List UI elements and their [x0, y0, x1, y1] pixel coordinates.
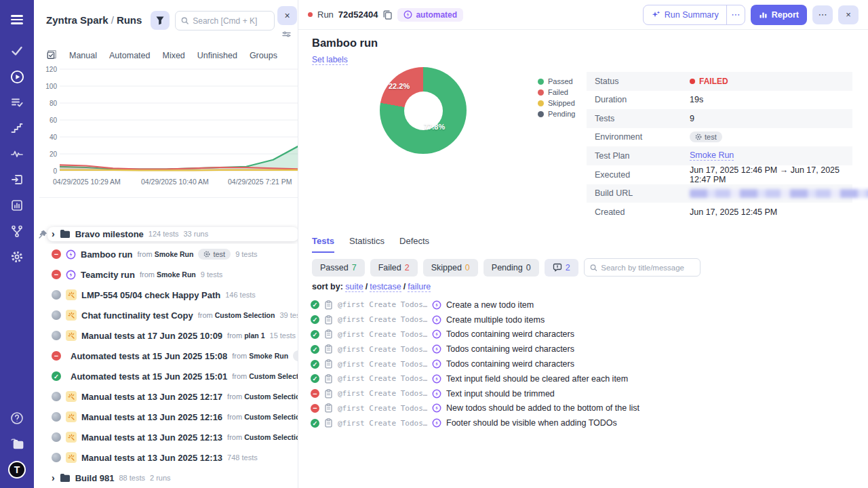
filter-count: 2: [405, 263, 410, 272]
run-tests-count: 124 tests: [149, 230, 179, 238]
run-type-tab[interactable]: Automated: [109, 51, 150, 60]
test-row[interactable]: @first Create Todos… Create multiple tod…: [311, 312, 853, 327]
run-tests-count: 88 tests: [119, 474, 145, 482]
run-type-tab[interactable]: Groups: [250, 51, 277, 60]
sort-option-link[interactable]: failure: [408, 282, 431, 292]
run-list-item[interactable]: Manual tests at 13 Jun 2025 12:13 from C…: [38, 427, 298, 447]
activity-pulse-icon[interactable]: [0, 141, 34, 167]
import-icon[interactable]: [0, 167, 34, 192]
run-list-item[interactable]: Manual tests at 17 Jun 2025 10:09 from p…: [38, 325, 298, 346]
run-list-item[interactable]: Chat functinality test Copy from Custom …: [38, 305, 298, 325]
test-row[interactable]: @first Create Todos… Text input should b…: [311, 386, 853, 401]
set-labels-link[interactable]: Set labels: [312, 55, 348, 65]
branch-icon[interactable]: [0, 218, 34, 244]
run-list-item[interactable]: Manual tests at 13 Jun 2025 12:17 from C…: [38, 386, 298, 407]
detail-value: Jun 17, 2025 12:46 PM → Jun 17, 2025 12:…: [690, 165, 844, 184]
steps-icon[interactable]: [0, 115, 34, 141]
redacted-build-url[interactable]: [690, 189, 868, 198]
run-from: from Custom Selection: [232, 372, 298, 380]
run-list-item[interactable]: Bamboo run from Smoke Run test 9 tests: [38, 244, 298, 264]
filter-pill[interactable]: Pending 0: [484, 259, 539, 277]
test-plan-link[interactable]: Smoke Run: [690, 150, 734, 161]
test-row[interactable]: @first Create Todos… Todos containing we…: [311, 342, 853, 357]
run-list-item[interactable]: Automated tests at 15 Jun 2025 15:08 fro…: [38, 346, 298, 366]
test-row[interactable]: @first Create Todos… Footer should be vi…: [311, 415, 853, 430]
detail-tab[interactable]: Statistics: [349, 236, 384, 253]
test-suite: @first Create Todos…: [338, 315, 427, 324]
list-check-icon[interactable]: [0, 89, 34, 115]
filter-button[interactable]: [151, 11, 170, 30]
sort-option-link[interactable]: suite: [345, 282, 363, 292]
help-icon[interactable]: [0, 405, 34, 431]
environment-badge: test: [198, 249, 231, 260]
filter-pill[interactable]: Skipped 0: [423, 259, 478, 277]
test-row[interactable]: @first Create Todos… Todos containing we…: [311, 327, 853, 342]
detail-tab[interactable]: Tests: [312, 236, 334, 253]
run-status-icon: [52, 270, 61, 279]
comment-bubble-icon: [553, 263, 562, 272]
app-logo[interactable]: T: [0, 457, 34, 483]
run-list-item[interactable]: Manual tests at 13 Jun 2025 12:16 from C…: [38, 407, 298, 427]
detail-label: Duration: [595, 95, 690, 104]
gear-icon[interactable]: [0, 244, 34, 270]
run-list-item[interactable]: Teamcity run from Smoke Run 9 tests: [38, 264, 298, 285]
play-circle-icon[interactable]: [0, 64, 34, 89]
run-summary-more-button[interactable]: ⋯: [726, 5, 745, 24]
automated-icon: [432, 315, 441, 325]
breadcrumb-separator: /: [108, 14, 117, 26]
check-icon[interactable]: [0, 38, 34, 64]
run-summary-button[interactable]: Run Summary: [644, 5, 726, 24]
test-row[interactable]: @first Create Todos… Text input field sh…: [311, 371, 853, 386]
run-type-tab[interactable]: Mixed: [162, 51, 184, 60]
run-from: from Custom Selection: [227, 433, 298, 441]
breadcrumb-project[interactable]: Zyntra Spark: [46, 14, 108, 26]
environment-badge[interactable]: test: [690, 131, 722, 142]
trend-chart-svg: [60, 65, 298, 176]
filter-settings-icon[interactable]: [282, 28, 291, 40]
test-title: Todos containing weird characters: [446, 344, 574, 354]
tests-search-input[interactable]: [601, 264, 694, 272]
runs-search: [175, 11, 275, 30]
automated-badge[interactable]: automated: [397, 8, 463, 22]
projects-folder-icon[interactable]: [0, 431, 34, 457]
filter-pill[interactable]: Passed 7: [312, 259, 365, 277]
sort-option-link[interactable]: testcase: [370, 282, 401, 292]
close-icon: ×: [846, 9, 851, 20]
run-tests-count: 748 tests: [227, 453, 258, 462]
runs-search-input[interactable]: [193, 16, 269, 26]
legend-label: Failed: [548, 88, 568, 96]
run-details-table: Status FAILED Duration 19s: [587, 72, 852, 222]
hamburger-menu-icon[interactable]: [0, 7, 34, 33]
run-list-item[interactable]: LMP-554 05/04 check Happy Path 146 tests: [38, 285, 298, 305]
report-button[interactable]: Report: [751, 5, 807, 25]
run-type-tab[interactable]: Manual: [69, 51, 97, 60]
analytics-icon[interactable]: [0, 192, 34, 218]
filter-count: 7: [352, 263, 357, 272]
comments-filter-pill[interactable]: 2: [545, 259, 578, 277]
test-status-icon: [311, 330, 319, 339]
run-tests-count: 15 tests: [270, 331, 296, 340]
test-title: New todos should be added to the bottom …: [446, 403, 639, 413]
filter-pill[interactable]: Failed 2: [370, 259, 418, 277]
legend-dot: [538, 111, 544, 117]
select-all-icon[interactable]: [46, 49, 57, 62]
run-list-item[interactable]: › Build 981 88 tests 2 runs: [38, 468, 298, 488]
test-row[interactable]: @first Create Todos… New todos should be…: [311, 401, 853, 416]
close-run-button[interactable]: ×: [838, 5, 859, 24]
detail-label: Environment: [595, 132, 690, 142]
run-list-item[interactable]: › Bravo milestone 124 tests 33 runs: [38, 224, 298, 244]
copy-run-id-button[interactable]: [382, 9, 393, 20]
more-actions-button[interactable]: ⋯: [812, 5, 833, 24]
detail-tab[interactable]: Defects: [399, 236, 429, 253]
test-row[interactable]: @first Create Todos… Create a new todo i…: [311, 298, 853, 312]
panel-close-button[interactable]: ×: [277, 6, 297, 25]
test-status-icon: [311, 374, 319, 383]
sparkles-icon: [651, 10, 660, 20]
run-runs-count: 33 runs: [183, 230, 208, 238]
run-plan-name: Smoke Run: [157, 270, 196, 279]
test-row[interactable]: @first Create Todos… Todos containing we…: [311, 357, 853, 371]
run-list-item[interactable]: Automated tests at 15 Jun 2025 15:01 fro…: [38, 366, 298, 386]
more-icon: ⋯: [818, 9, 827, 20]
run-type-tab[interactable]: Unfinished: [197, 51, 237, 60]
run-list-item[interactable]: Manual tests at 13 Jun 2025 12:13 748 te…: [38, 447, 298, 468]
